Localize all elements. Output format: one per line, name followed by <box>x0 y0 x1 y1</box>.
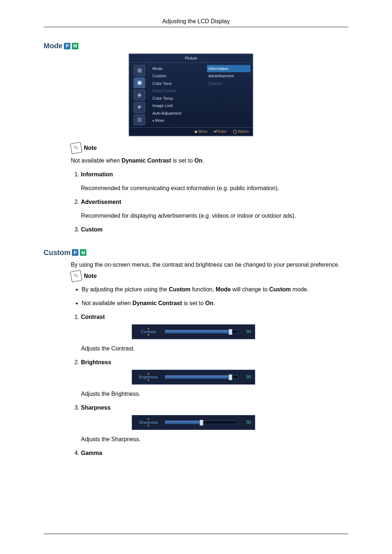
osd-item: Custom <box>151 72 207 80</box>
list-item: Brightness ▲ Brightness ▼ 90 Adjusts the… <box>81 358 348 398</box>
osd-icon-multi: ▥ <box>134 114 145 125</box>
slider-value: 50 <box>242 419 251 426</box>
list-item: Sharpness ▲ Sharpness ▼ 50 Adjusts the S… <box>81 403 348 444</box>
slider-value: 90 <box>242 374 251 380</box>
slider-contrast: ▲ Contrast ▼ 90 <box>132 324 255 339</box>
footer-rule <box>44 534 348 534</box>
li-desc: Adjusts the Brightness. <box>81 390 348 398</box>
osd-item: Mode <box>151 65 207 73</box>
li-title: Contrast <box>81 314 105 320</box>
list-item: Advertisement Recommended for displaying… <box>81 198 348 220</box>
t: On <box>205 300 213 306</box>
t: will change to <box>231 286 269 292</box>
list-item: Contrast ▲ Contrast ▼ 90 Adjusts the Con… <box>81 313 348 353</box>
slider-thumb <box>200 420 203 426</box>
slider-sharpness: ▲ Sharpness ▼ 50 <box>132 415 255 430</box>
t: Custom <box>169 286 191 292</box>
osd-menu-right: Information Advertisement Custom <box>207 65 253 125</box>
t: is set to <box>171 157 195 164</box>
li-title: Advertisement <box>81 199 121 205</box>
t: Not available when <box>82 300 132 306</box>
custom-options-list: Contrast ▲ Contrast ▼ 90 Adjusts the Con… <box>71 313 348 457</box>
osd-menu-left: Mode Custom Color Tone Color Control Col… <box>151 65 207 125</box>
list-item: Custom <box>81 225 348 234</box>
osd-icon-picture: ▣ <box>134 77 145 88</box>
note-icon: ✎ <box>70 270 83 282</box>
osd-item: Color Temp. <box>151 95 207 102</box>
slider-thumb <box>229 374 232 380</box>
note-label: Note <box>84 144 97 152</box>
osd-option: Advertisement <box>207 72 250 80</box>
arrow-down-icon: ▼ <box>136 424 161 427</box>
osd-item: Color Tone <box>151 80 207 87</box>
list-item: Gamma <box>81 449 348 457</box>
t: is set to <box>182 300 205 306</box>
custom-intro: By using the on-screen menus, the contra… <box>71 260 348 269</box>
t: On <box>195 157 203 164</box>
custom-notes-list: By adjusting the picture using the Custo… <box>71 285 348 308</box>
t: Mode <box>216 286 231 292</box>
osd-picture-menu: Picture ▦ ▣ ◉ ✹ ▥ Mode Custom Color Tone… <box>129 54 253 136</box>
badge-p-icon: P <box>64 43 70 49</box>
osd-footer-return: Return <box>238 130 249 134</box>
li-title: Custom <box>81 226 103 233</box>
slider-track <box>165 375 238 379</box>
t: By adjusting the picture using the <box>82 286 169 292</box>
mode-options-list: Information Recommended for communicatin… <box>71 170 348 234</box>
mode-heading-text: Mode <box>44 42 62 50</box>
badge-p-icon: P <box>72 249 78 256</box>
t: function, <box>191 286 216 292</box>
section-title-custom: Custom P M <box>44 249 348 257</box>
li-desc: Adjusts the Sharpness. <box>81 435 348 444</box>
list-item: Information Recommended for communicatin… <box>81 170 348 193</box>
osd-item-more: More <box>151 117 207 124</box>
osd-footer: ◆Move ⏎Enter ◯Return <box>129 127 253 136</box>
slider-brightness: ▲ Brightness ▼ 90 <box>132 370 255 385</box>
li-desc: Recommended for communicating exact info… <box>81 184 348 193</box>
osd-icon-setup: ✹ <box>134 102 145 113</box>
osd-item: Image Lock <box>151 102 207 110</box>
slider-track <box>165 420 238 424</box>
t: Not available when <box>71 157 122 164</box>
osd-footer-move: Move <box>199 130 207 134</box>
note-icon: ✎ <box>70 141 83 154</box>
osd-item: Auto Adjustment <box>151 110 207 117</box>
osd-icon-sound: ◉ <box>134 90 145 100</box>
t: . <box>213 300 215 306</box>
note-row: ✎ Note <box>71 271 348 282</box>
header-title: Adjusting the LCD Display <box>162 18 230 24</box>
badge-m-icon: M <box>72 43 78 49</box>
badge-m-icon: M <box>80 249 86 256</box>
osd-footer-enter: Enter <box>218 130 226 134</box>
osd-side-icons: ▦ ▣ ◉ ✹ ▥ <box>129 63 150 127</box>
note-label: Note <box>84 272 97 280</box>
arrow-down-icon: ▼ <box>136 379 161 382</box>
osd-icon-input: ▦ <box>134 65 145 76</box>
slider-track <box>165 330 238 333</box>
t: mode. <box>291 286 309 292</box>
mode-note-text: Not available when Dynamic Contrast is s… <box>71 156 348 165</box>
slider-label: Contrast <box>141 329 156 334</box>
slider-value: 90 <box>242 328 251 335</box>
li-title: Gamma <box>81 450 102 456</box>
li-desc: Adjusts the Contrast. <box>81 344 348 353</box>
list-item: By adjusting the picture using the Custo… <box>82 285 348 294</box>
note-row: ✎ Note <box>71 143 348 153</box>
t: Dynamic Contrast <box>122 157 171 164</box>
osd-option-selected: Information <box>207 65 250 73</box>
li-title: Information <box>81 171 113 177</box>
slider-label: Brightness <box>139 375 158 379</box>
arrow-down-icon: ▼ <box>136 334 161 337</box>
list-item: Not available when Dynamic Contrast is s… <box>82 299 348 308</box>
slider-label: Sharpness <box>139 420 158 424</box>
t: Dynamic Contrast <box>132 300 182 306</box>
li-title: Sharpness <box>81 405 111 411</box>
page-header: Adjusting the LCD Display <box>44 18 348 27</box>
custom-heading-text: Custom <box>44 249 70 257</box>
osd-item-disabled: Color Control <box>151 87 207 95</box>
osd-title: Picture <box>129 54 253 63</box>
t: Custom <box>269 286 291 292</box>
section-title-mode: Mode P M <box>44 42 348 50</box>
li-desc: Recommended for displaying advertisement… <box>81 212 348 220</box>
slider-thumb <box>229 329 232 335</box>
